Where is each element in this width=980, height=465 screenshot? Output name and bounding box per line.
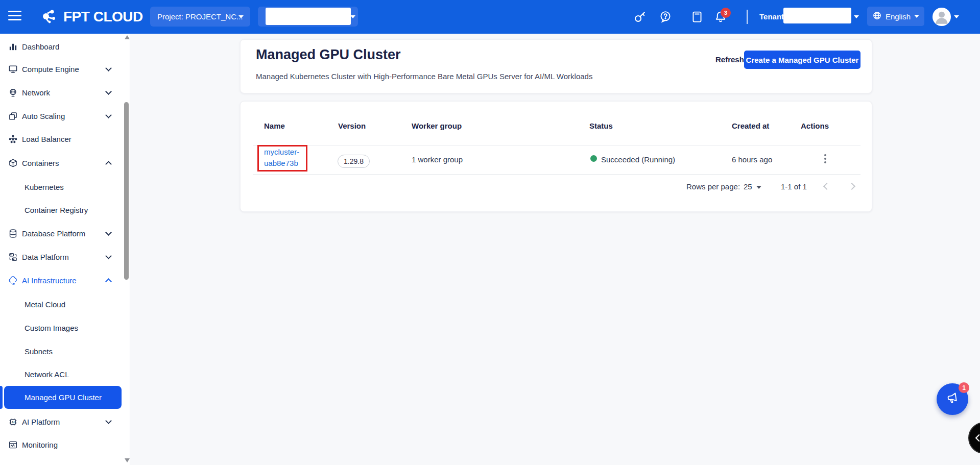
tenant-value-field[interactable] — [783, 8, 851, 23]
sidebar-item-ai-infrastructure[interactable]: AI Infrastructure — [0, 272, 130, 288]
data-servers-icon — [8, 252, 18, 262]
sidebar-item-custom-images[interactable]: Custom Images — [0, 320, 130, 336]
dashboard-icon — [8, 41, 18, 52]
column-header-status: Status — [589, 121, 613, 130]
megaphone-icon — [945, 390, 960, 408]
sidebar-item-label: Kubernetes — [25, 183, 64, 191]
column-header-name: Name — [264, 121, 285, 130]
rows-per-page-caret-icon[interactable] — [756, 186, 761, 189]
cloud-sync-icon — [8, 275, 18, 285]
sidebar-item-label: Containers — [22, 159, 59, 167]
sidebar-item-label: Metal Cloud — [25, 300, 65, 309]
pagination-range-label: 1-1 of 1 — [781, 182, 807, 191]
sidebar-item-label: Monitoring — [22, 440, 58, 449]
pagination-next-icon[interactable] — [848, 183, 855, 190]
help-chat-icon[interactable] — [658, 9, 673, 25]
chevron-down-icon — [105, 253, 112, 259]
sidebar-item-label: Subnets — [25, 347, 53, 356]
sidebar-item-ai-platform[interactable]: AI AI Platform — [0, 413, 130, 430]
topbar: FPT CLOUD Project: PROJECT_NC... — [0, 0, 980, 34]
sidebar-item-data-platform[interactable]: Data Platform — [0, 249, 130, 265]
sidebar-item-database-platform[interactable]: Database Platform — [0, 225, 130, 241]
sidebar-item-monitoring[interactable]: Monitoring — [0, 436, 130, 453]
chevron-down-icon[interactable] — [954, 15, 959, 18]
language-selector[interactable]: English — [867, 7, 924, 26]
sidebar-item-kubernetes[interactable]: Kubernetes — [0, 179, 130, 195]
pagination-prev-icon[interactable] — [823, 183, 830, 190]
row-actions-kebab-icon[interactable] — [820, 152, 831, 166]
monitor-icon — [8, 64, 18, 74]
version-chip: 1.29.8 — [338, 155, 370, 168]
sidebar-item-subnets[interactable]: Subnets — [0, 343, 130, 359]
chevron-up-icon — [105, 161, 112, 167]
sidebar-item-metal-cloud[interactable]: Metal Cloud — [0, 296, 130, 312]
global-search-input[interactable] — [266, 8, 351, 25]
package-icon — [8, 158, 18, 168]
sidebar-item-label: Network ACL — [25, 370, 69, 379]
status-green-dot — [590, 155, 597, 162]
chevron-down-icon — [105, 112, 112, 118]
scrollbar-up-arrow[interactable] — [125, 35, 130, 39]
column-header-created-at: Created at — [732, 121, 769, 130]
chevron-down-icon[interactable] — [854, 15, 859, 18]
sidebar-item-compute-engine[interactable]: Compute Engine — [0, 61, 130, 77]
red-annotation-box — [257, 145, 307, 172]
sidebar-item-label: Database Platform — [22, 229, 85, 238]
sidebar-item-label: AI Platform — [22, 418, 60, 426]
brand-logo: FPT CLOUD — [39, 6, 143, 28]
brand-logo-text: FPT CLOUD — [63, 9, 143, 25]
sidebar-item-label: Load Balancer — [22, 135, 71, 143]
sidebar-item-label: AI Infrastructure — [22, 276, 77, 285]
page-title: Managed GPU Cluster — [256, 47, 401, 63]
project-selector-dropdown[interactable]: Project: PROJECT_NC... — [150, 7, 250, 27]
rows-per-page-select[interactable]: 25 — [744, 182, 752, 191]
scrollbar-down-arrow[interactable] — [125, 458, 130, 462]
chevron-down-icon — [914, 15, 919, 18]
sidebar-item-managed-gpu-cluster-selected[interactable]: Managed GPU Cluster — [4, 386, 122, 409]
topbar-divider — [747, 10, 748, 24]
tenant-label: Tenant: — [759, 12, 786, 21]
global-search-dropdown[interactable] — [258, 7, 358, 27]
chevron-down-icon — [105, 88, 112, 95]
cluster-table-card: Name Version Worker group Status Created… — [240, 101, 872, 212]
language-label: English — [886, 12, 911, 21]
sidebar-item-auto-scaling[interactable]: Auto Scaling — [0, 108, 130, 124]
layers-icon — [8, 111, 18, 121]
created-at-cell: 6 hours ago — [732, 155, 772, 164]
sidebar-item-label: Managed GPU Cluster — [25, 393, 102, 402]
chevron-down-icon — [238, 15, 244, 18]
page-header-card: Managed GPU Cluster Managed Kubernetes C… — [240, 39, 872, 93]
page-subtitle: Managed Kubernetes Cluster with High-Per… — [256, 72, 592, 81]
sidebar-item-dashboard[interactable]: Dashboard — [0, 38, 130, 55]
fab-badge: 1 — [959, 382, 969, 393]
docs-book-icon[interactable] — [689, 9, 705, 25]
worker-group-cell: 1 worker group — [412, 155, 463, 164]
ai-chip-icon: AI — [8, 417, 18, 427]
sidebar-item-load-balancer[interactable]: Load Balancer — [0, 131, 130, 147]
status-cell: Succeeded (Running) — [601, 155, 675, 164]
chevron-up-icon — [105, 278, 112, 285]
hamburger-menu-icon[interactable] — [8, 11, 22, 23]
sidebar-item-label: Network — [22, 88, 50, 97]
user-avatar[interactable] — [933, 8, 951, 26]
sidebar-item-network-acl[interactable]: Network ACL — [0, 366, 130, 382]
create-managed-gpu-cluster-button[interactable]: Create a Managed GPU Cluster — [744, 51, 861, 69]
svg-text:AI: AI — [11, 420, 14, 423]
nodes-icon — [8, 134, 18, 144]
main-content: Managed GPU Cluster Managed Kubernetes C… — [131, 34, 980, 465]
sidebar-scrollbar-thumb[interactable] — [124, 102, 129, 280]
sidebar-item-label: Data Platform — [22, 253, 69, 261]
app-window: FPT CLOUD Project: PROJECT_NC... — [0, 0, 980, 465]
sidebar-item-label: Dashboard — [22, 42, 59, 51]
refresh-button[interactable]: Refresh — [715, 53, 746, 66]
table-divider — [253, 145, 861, 145]
sidebar-item-container-registry[interactable]: Container Registry — [0, 202, 130, 218]
sidebar-item-label: Custom Images — [25, 324, 78, 332]
sidebar-item-containers[interactable]: Containers — [0, 155, 130, 171]
column-header-actions: Actions — [801, 121, 829, 130]
sidebar: Dashboard Compute Engine Network Auto Sc… — [0, 34, 130, 465]
project-selector-label: Project: PROJECT_NC... — [150, 12, 248, 21]
sidebar-item-partial[interactable] — [0, 460, 130, 465]
key-icon[interactable] — [632, 9, 648, 25]
sidebar-item-network[interactable]: Network — [0, 84, 130, 101]
